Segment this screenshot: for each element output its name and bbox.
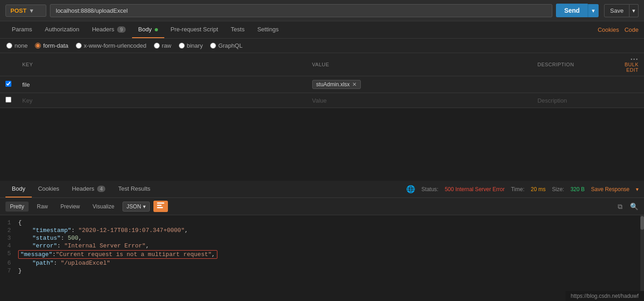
opt-graphql[interactable]: GraphQL [210, 42, 242, 49]
request-body-empty [0, 108, 644, 181]
fmt-raw[interactable]: Raw [32, 202, 52, 212]
method-select[interactable]: POST ▾ [5, 5, 46, 17]
tab-pre-request[interactable]: Pre-request Script [164, 21, 225, 38]
format-type-chevron: ▾ [143, 203, 146, 210]
file-name: stuAdmin.xlsx [316, 81, 350, 88]
send-dropdown[interactable]: ▾ [588, 4, 599, 17]
app-layout: POST ▾ Send ▾ Save ▾ Params Authorizatio… [0, 0, 644, 301]
json-line-1: 1 { [0, 219, 644, 227]
globe-icon: 🌐 [406, 185, 415, 193]
time-label: Time: [511, 186, 525, 192]
svg-rect-1 [157, 205, 162, 206]
row-check[interactable] [0, 76, 17, 93]
search-icon[interactable]: 🔍 [630, 202, 639, 211]
tab-settings[interactable]: Settings [251, 21, 285, 38]
tab-authorization[interactable]: Authorization [39, 21, 86, 38]
opt-binary[interactable]: binary [179, 42, 203, 49]
opt-form-data[interactable]: form-data [35, 42, 69, 49]
response-tabs: Body Cookies Headers 4 Test Results 🌐 St… [0, 181, 644, 198]
bulk-edit-btn[interactable]: Bulk Edit [624, 62, 639, 73]
json-line-5: 5 "message": "Current request is not a m… [0, 250, 644, 259]
json-line-4: 4 "error": "Internal Server Error", [0, 242, 644, 250]
file-tag: stuAdmin.xlsx ✕ [312, 80, 361, 89]
top-right-links: Cookies Code [598, 26, 639, 33]
resp-tab-cookies[interactable]: Cookies [32, 181, 66, 197]
opt-urlencoded[interactable]: x-www-form-urlencoded [76, 42, 147, 49]
time-value: 20 ms [531, 186, 546, 192]
json-line-6: 6 "path": "/uploadExcel" [0, 259, 644, 267]
send-button[interactable]: Send [556, 4, 588, 17]
save-response-btn[interactable]: Save Response [591, 186, 629, 192]
format-lines-btn[interactable] [153, 201, 168, 212]
response-section: Body Cookies Headers 4 Test Results 🌐 St… [0, 181, 644, 301]
resp-tab-test-results[interactable]: Test Results [112, 181, 157, 197]
code-link[interactable]: Code [624, 26, 639, 33]
row-key[interactable]: file [17, 76, 307, 93]
row-value: stuAdmin.xlsx ✕ [307, 76, 532, 93]
method-value: POST [10, 7, 26, 14]
format-type-select[interactable]: JSON ▾ [123, 202, 150, 212]
opt-none[interactable]: none [6, 42, 28, 49]
request-section: Params Authorization Headers 9 Body Pre-… [0, 21, 644, 181]
format-type-label: JSON [127, 203, 141, 210]
request-tabs: Params Authorization Headers 9 Body Pre-… [0, 21, 644, 39]
scrollbar[interactable] [640, 215, 644, 301]
resp-tab-headers[interactable]: Headers 4 [66, 181, 112, 197]
placeholder-key[interactable]: Key [17, 93, 307, 108]
opt-raw[interactable]: raw [154, 42, 172, 49]
format-bar: Pretty Raw Preview Visualize JSON ▾ ⧉ 🔍 [0, 198, 644, 215]
fmt-visualize[interactable]: Visualize [88, 202, 119, 212]
tab-body[interactable]: Body [132, 21, 164, 38]
table-row: file stuAdmin.xlsx ✕ [0, 76, 644, 93]
placeholder-value[interactable]: Value [307, 93, 532, 108]
body-options: none form-data x-www-form-urlencoded raw… [0, 39, 644, 53]
json-line-7: 7 } [0, 267, 644, 275]
save-button[interactable]: Save [604, 4, 629, 17]
json-response: 1 { 2 "timestamp": "2020-12-17T08:19:07.… [0, 215, 644, 301]
url-bar: POST ▾ Send ▾ Save ▾ [0, 0, 644, 21]
th-actions: ••• Bulk Edit [617, 53, 644, 76]
save-dropdown[interactable]: ▾ [629, 4, 639, 17]
method-chevron: ▾ [30, 7, 33, 14]
url-hint: https://blog.csdn.net/haduwf [565, 291, 644, 301]
th-description: DESCRIPTION [532, 53, 617, 76]
table-options[interactable]: ••• [630, 56, 639, 62]
row-desc[interactable] [532, 76, 617, 93]
status-value: 500 Internal Server Error [445, 186, 505, 192]
table-row-placeholder: Key Value Description [0, 93, 644, 108]
th-value: VALUE [307, 53, 532, 76]
file-remove[interactable]: ✕ [352, 81, 357, 88]
body-dot [155, 28, 158, 31]
resp-tab-body[interactable]: Body [5, 181, 32, 197]
fmt-pretty[interactable]: Pretty [5, 202, 29, 212]
th-check [0, 53, 17, 76]
svg-rect-0 [157, 202, 164, 204]
tab-params[interactable]: Params [5, 21, 39, 38]
tab-headers[interactable]: Headers 9 [86, 21, 132, 38]
url-input[interactable] [50, 4, 552, 17]
tab-tests[interactable]: Tests [225, 21, 251, 38]
json-line-2: 2 "timestamp": "2020-12-17T08:19:07.347+… [0, 227, 644, 234]
headers-badge: 9 [117, 26, 125, 33]
svg-rect-2 [157, 207, 163, 208]
json-line-3: 3 "status": 500, [0, 234, 644, 242]
cookies-link[interactable]: Cookies [598, 26, 619, 33]
size-label: Size: [552, 186, 564, 192]
save-btn-group: Save ▾ [604, 4, 639, 17]
send-btn-group: Send ▾ [556, 4, 599, 17]
save-response-dropdown[interactable]: ▾ [636, 186, 639, 192]
response-status-bar: 🌐 Status: 500 Internal Server Error Time… [406, 185, 639, 193]
fmt-preview[interactable]: Preview [56, 202, 84, 212]
status-label: Status: [422, 186, 438, 192]
form-data-table: KEY VALUE DESCRIPTION ••• Bulk Edit file… [0, 53, 644, 108]
resp-headers-badge: 4 [97, 186, 105, 192]
copy-icon[interactable]: ⧉ [618, 202, 623, 211]
th-key: KEY [17, 53, 307, 76]
scrollbar-thumb[interactable] [640, 216, 644, 230]
size-value: 320 B [570, 186, 585, 192]
placeholder-desc[interactable]: Description [532, 93, 617, 108]
